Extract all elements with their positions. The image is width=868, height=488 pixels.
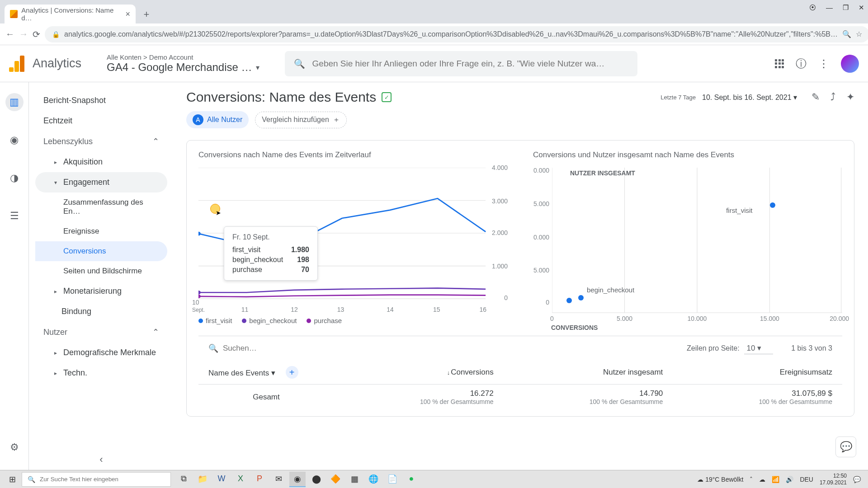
word-icon[interactable]: W <box>213 472 230 487</box>
share-icon[interactable]: ⤴ <box>830 91 835 103</box>
table-search-icon[interactable]: 🔍 <box>208 343 218 353</box>
powerpoint-icon[interactable]: P <box>251 472 268 487</box>
chevron-down-icon: ▾ <box>256 63 259 72</box>
kebab-icon[interactable]: ⋮ <box>818 57 829 70</box>
wifi-icon[interactable]: 📶 <box>772 476 779 483</box>
column-conversions[interactable]: ↓Conversions <box>334 361 504 385</box>
onedrive-icon[interactable]: ☁ <box>759 476 765 483</box>
notepad-icon[interactable]: 📄 <box>384 472 401 487</box>
spotify-icon[interactable]: ● <box>403 472 420 487</box>
account-breadcrumb[interactable]: Alle Konten > Demo Account <box>107 53 259 61</box>
chrome-icon[interactable]: ◉ <box>289 472 306 487</box>
explorer-icon[interactable]: 📁 <box>194 472 211 487</box>
rail-explore-icon[interactable]: ◉ <box>5 131 24 149</box>
sort-desc-icon: ↓ <box>447 369 450 376</box>
volume-icon[interactable]: 🔊 <box>786 476 793 483</box>
sidebar-item-events[interactable]: Ereignisse <box>35 221 167 241</box>
rail-configure-icon[interactable]: ☰ <box>5 207 24 225</box>
column-revenue[interactable]: Ereignisumsatz <box>673 361 842 385</box>
settings-gear-icon[interactable]: ⚙ <box>5 438 24 456</box>
sidebar-group-user[interactable]: Nutzer ⌃ <box>35 322 167 343</box>
global-search[interactable]: 🔍 <box>285 51 637 76</box>
scatter-chart[interactable]: NUTZER INSGESAMT 0.000 5.000 0.000 5.000… <box>552 168 842 312</box>
app-icon-1[interactable]: 🔶 <box>327 472 344 487</box>
notifications-icon[interactable]: 💬 <box>853 476 861 483</box>
search-url-icon[interactable]: 🔍 <box>842 30 851 38</box>
reload-icon[interactable]: ⟳ <box>33 28 40 41</box>
excel-icon[interactable]: X <box>232 472 249 487</box>
date-range-picker[interactable]: 10. Sept. bis 16. Sept. 2021 ▾ <box>702 93 797 102</box>
close-window-icon[interactable]: ✕ <box>859 4 864 12</box>
rail-reports-icon[interactable]: ▥ <box>5 93 24 111</box>
caret-right-icon: ▸ <box>54 370 57 376</box>
weather-widget[interactable]: ☁ 19°C Bewölkt <box>697 476 743 483</box>
sidebar-group-lifecycle[interactable]: Lebenszyklus ⌃ <box>35 131 167 152</box>
star-icon[interactable]: ☆ <box>856 30 862 38</box>
sidebar-item-pages[interactable]: Seiten und Bildschirme <box>35 261 167 281</box>
obs-icon[interactable]: ⬤ <box>308 472 325 487</box>
y-tick: 0 <box>504 294 508 301</box>
sidebar-item-engagement[interactable]: ▾Engagement <box>35 172 167 192</box>
feedback-button[interactable]: 💬 <box>835 436 856 457</box>
user-avatar[interactable] <box>841 55 859 73</box>
sidebar-item-snapshot[interactable]: Bericht-Snapshot <box>35 90 167 111</box>
taskbar-search-input[interactable] <box>40 476 165 483</box>
maximize-icon[interactable]: ❐ <box>843 4 849 12</box>
pct-users: 100 % der Gesamtsumme <box>514 398 663 405</box>
help-icon[interactable]: ⓘ <box>796 56 807 71</box>
minimize-icon[interactable]: — <box>826 4 833 12</box>
line-chart-legend: first_visit begin_checkout purchase <box>198 317 508 324</box>
sidebar-item-monetization[interactable]: ▸Monetarisierung <box>35 281 167 301</box>
browser-tab[interactable]: Analytics | Conversions: Name d… × <box>5 5 136 23</box>
windows-start-icon[interactable]: ⊞ <box>3 470 22 488</box>
back-icon[interactable]: ← <box>5 28 14 41</box>
caret-right-icon: ▸ <box>54 288 57 295</box>
customize-report-icon[interactable]: ✎ <box>811 91 820 103</box>
verified-badge-icon[interactable]: ✓ <box>382 92 392 102</box>
clock-date: 17.09.2021 <box>820 479 847 486</box>
collapse-sidebar-icon[interactable]: ‹ <box>99 454 103 465</box>
property-selector[interactable]: GA4 - Google Merchandise … ▾ <box>107 61 259 74</box>
sidebar-item-tech[interactable]: ▸Techn. <box>35 363 167 383</box>
app-icon-2[interactable]: ▦ <box>346 472 363 487</box>
scatter-chart-title: Conversions und Nutzer insgesamt nach Na… <box>533 150 842 160</box>
table-search-input[interactable] <box>223 344 319 353</box>
sidebar-item-realtime[interactable]: Echtzeit <box>35 111 167 131</box>
tray-chevron-icon[interactable]: ˄ <box>750 476 753 483</box>
apps-grid-icon[interactable] <box>775 59 784 68</box>
language-indicator[interactable]: DEU <box>800 476 813 483</box>
scatter-point[interactable] <box>770 202 775 208</box>
chip-add-label: Vergleich hinzufügen <box>262 116 329 124</box>
chip-all-users[interactable]: A Alle Nutzer <box>186 111 249 128</box>
task-view-icon[interactable]: ⧉ <box>175 472 192 487</box>
sidebar-item-engagement-summary[interactable]: Zusammenfassung des En… <box>35 192 167 221</box>
sidebar-item-acquisition[interactable]: ▸Akquisition <box>35 152 167 172</box>
url-text: analytics.google.com/analytics/web/#/p21… <box>64 30 838 38</box>
clock[interactable]: 12:50 17.09.2021 <box>820 473 847 486</box>
sidebar-item-demographics[interactable]: ▸Demografische Merkmale <box>35 343 167 363</box>
add-dimension-icon[interactable]: + <box>286 366 298 379</box>
mail-icon[interactable]: ✉ <box>270 472 287 487</box>
analytics-logo-icon[interactable] <box>9 56 25 72</box>
sidebar-item-retention[interactable]: Bindung <box>35 301 167 322</box>
scatter-point[interactable] <box>578 295 584 300</box>
global-search-input[interactable] <box>312 59 628 69</box>
column-users[interactable]: Nutzer insgesamt <box>504 361 673 385</box>
rail-advertising-icon[interactable]: ◑ <box>5 169 24 187</box>
new-tab-button[interactable]: + <box>138 6 155 23</box>
url-bar[interactable]: 🔒 analytics.google.com/analytics/web/#/p… <box>45 26 868 42</box>
chart-tooltip: Fr. 10 Sept. first_visit1.980 begin_chec… <box>224 226 318 281</box>
chip-add-comparison[interactable]: Vergleich hinzufügen ＋ <box>255 112 347 128</box>
column-dimension[interactable]: Name des Events ▾ + <box>198 361 334 385</box>
insights-icon[interactable]: ✦ <box>846 91 854 103</box>
close-tab-icon[interactable]: × <box>125 9 130 19</box>
y-tick: 0.000 <box>533 167 549 174</box>
edge-icon[interactable]: 🌐 <box>365 472 382 487</box>
user-circle-icon[interactable]: ⦿ <box>809 4 816 12</box>
scatter-point[interactable] <box>566 298 572 303</box>
taskbar-search[interactable]: 🔍 <box>22 472 171 487</box>
line-chart[interactable]: 4.000 3.000 2.000 1.000 0 10Sept. 11 12 … <box>198 168 508 312</box>
sidebar-item-conversions[interactable]: Conversions <box>35 241 167 261</box>
pagination-info: 1 bis 3 von 3 <box>791 344 832 352</box>
rows-per-page-select[interactable]: 10 ▾ <box>744 343 774 354</box>
